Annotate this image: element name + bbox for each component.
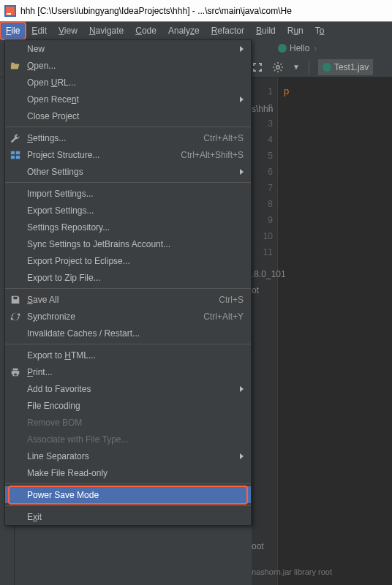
menu-item[interactable]: Settings Repository... [5, 219, 251, 235]
menu-separator [5, 127, 251, 127]
menu-item-label: Export to HTML... [27, 350, 244, 361]
line-number: 6 [252, 164, 273, 180]
menu-item-label: Settings Repository... [27, 222, 244, 233]
menu-analyze[interactable]: Analyze [162, 22, 206, 39]
menu-item-label: New [27, 44, 235, 54]
line-number: 1 [252, 83, 273, 99]
dropdown-arrow-icon[interactable]: ▼ [293, 63, 300, 71]
menu-item[interactable]: Line Separators [5, 448, 251, 464]
menu-item[interactable]: Export Project to Eclipse... [5, 252, 251, 269]
menu-item: Associate with File Type... [5, 431, 251, 448]
menu-item[interactable]: Invalidate Caches / Restart... [5, 325, 251, 341]
menu-refactor[interactable]: Refactor [206, 22, 250, 39]
menu-item-label: Import Settings... [27, 189, 244, 199]
line-number: 7 [252, 180, 273, 196]
menu-item[interactable]: New [5, 40, 251, 57]
menu-item[interactable]: Export to Zip File... [5, 269, 251, 286]
menu-item-label: Associate with File Type... [27, 434, 244, 445]
menu-item-label: Line Separators [27, 451, 235, 461]
menu-item[interactable]: SynchronizeCtrl+Alt+Y [5, 308, 251, 325]
editor-tab-label: Test1.jav [334, 62, 369, 72]
editor-tab[interactable]: Test1.jav [318, 59, 373, 75]
menu-shortcut: Ctrl+Alt+Y [203, 312, 244, 322]
line-number: 3 [252, 116, 273, 132]
tree-text: oot [252, 541, 264, 551]
menu-item[interactable]: Save AllCtrl+S [5, 291, 251, 308]
menu-shortcut: Ctrl+Alt+Shift+S [181, 150, 244, 160]
menu-item[interactable]: File Encoding [5, 397, 251, 414]
svg-rect-13 [16, 151, 20, 154]
save-icon [10, 294, 21, 306]
menu-file[interactable]: File [0, 22, 26, 39]
menu-item[interactable]: Other Settings [5, 163, 251, 180]
menu-item[interactable]: Project Structure...Ctrl+Alt+Shift+S [5, 146, 251, 163]
menu-item[interactable]: Import Settings... [5, 185, 251, 202]
line-number: 11 [252, 244, 273, 260]
menu-item[interactable]: Add to Favorites [5, 380, 251, 397]
menu-item-label: Sync Settings to JetBrains Account... [27, 239, 244, 249]
menu-item-label: Close Project [27, 111, 244, 121]
menu-item[interactable]: Sync Settings to JetBrains Account... [5, 235, 251, 252]
line-number: 5 [252, 148, 273, 164]
submenu-arrow-icon [240, 386, 244, 392]
chevron-right-icon [312, 43, 318, 53]
menu-item-label: Exit [27, 512, 244, 522]
menu-separator [5, 505, 251, 506]
menu-item-label: File Encoding [27, 401, 244, 411]
submenu-arrow-icon [240, 453, 244, 459]
menu-item[interactable]: Export Settings... [5, 202, 251, 219]
svg-line-10 [274, 69, 276, 71]
menu-item-label: Save All [27, 295, 219, 305]
tree-text: nashorn.jar library root [252, 567, 332, 576]
divider [309, 61, 309, 74]
svg-line-8 [274, 64, 276, 65]
menu-build[interactable]: Build [250, 22, 282, 39]
menu-item-label: Power Save Mode [27, 490, 244, 500]
tree-text: s\hhh [252, 104, 273, 114]
menu-item-label: Synchronize [27, 312, 203, 322]
menu-item-label: Export to Zip File... [27, 273, 244, 283]
menu-code[interactable]: Code [129, 22, 162, 39]
menu-run[interactable]: Run [282, 22, 309, 39]
breadcrumb-item[interactable]: Hello [278, 43, 309, 53]
svg-line-11 [281, 64, 282, 65]
code-token: p [284, 86, 289, 97]
menu-item[interactable]: Print... [5, 363, 251, 380]
menu-navigate[interactable]: Navigate [83, 22, 129, 39]
menu-item-label: Export Project to Eclipse... [27, 256, 244, 266]
menu-item[interactable]: Open... [5, 57, 251, 74]
code-body[interactable]: p [278, 78, 392, 585]
menu-item-label: Export Settings... [27, 205, 244, 216]
menu-item[interactable]: Open Recent [5, 91, 251, 107]
menu-shortcut: Ctrl+Alt+S [203, 133, 244, 143]
menu-separator [5, 288, 251, 289]
menu-item-label: Make File Read-only [27, 468, 244, 478]
window-title: hhh [C:\Users\lubingyang\IdeaProjects\hh… [20, 6, 292, 16]
menu-item[interactable]: Make File Read-only [5, 464, 251, 481]
svg-point-3 [276, 65, 279, 68]
menu-item-label: Other Settings [27, 167, 235, 177]
class-icon [323, 63, 331, 72]
menu-tools[interactable]: To [309, 22, 331, 39]
menu-item[interactable]: Exit [5, 508, 251, 525]
menu-item-label: Open URL... [27, 78, 244, 88]
menu-view[interactable]: View [53, 22, 83, 39]
line-number-gutter: 1 2 3 4 5 6 7 8 9 10 11 [252, 78, 278, 585]
gear-icon[interactable] [272, 61, 284, 73]
menu-edit[interactable]: Edit [26, 22, 53, 39]
menu-item[interactable]: Open URL... [5, 74, 251, 91]
line-number: 4 [252, 132, 273, 148]
menu-item[interactable]: Power Save Mode [5, 486, 251, 503]
menu-shortcut: Ctrl+S [219, 295, 244, 305]
print-icon [10, 366, 21, 378]
expand-icon[interactable] [252, 61, 263, 73]
menu-item-label: Project Structure... [27, 150, 181, 160]
submenu-arrow-icon [240, 97, 244, 102]
menu-item[interactable]: Export to HTML... [5, 347, 251, 363]
svg-rect-14 [11, 155, 15, 158]
tree-text: .8.0_101 [252, 269, 286, 279]
editor-area: 1 2 3 4 5 6 7 8 9 10 11 p [252, 78, 392, 585]
menu-item-label: Print... [27, 367, 244, 377]
menu-item[interactable]: Settings...Ctrl+Alt+S [5, 129, 251, 146]
menu-item[interactable]: Close Project [5, 107, 251, 124]
